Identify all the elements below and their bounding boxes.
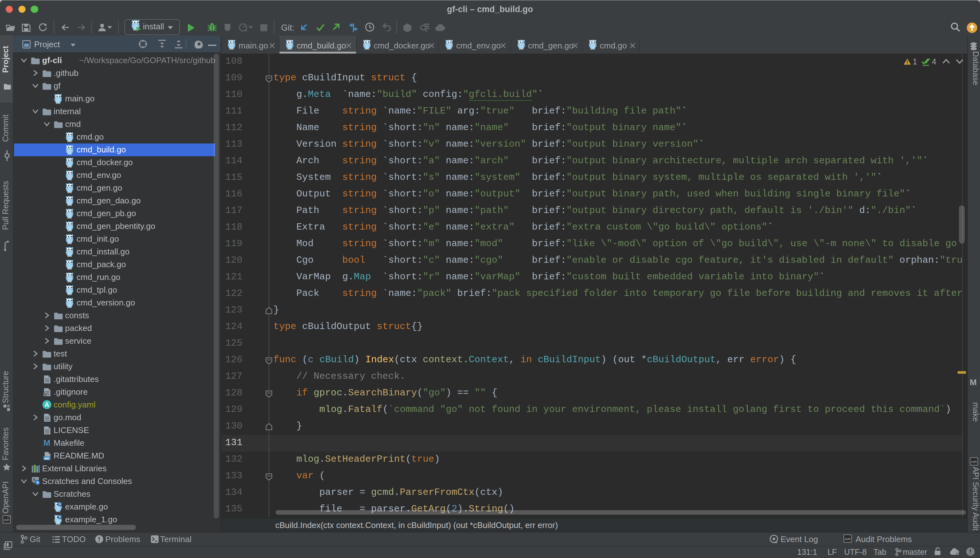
svg-text:/API: /API <box>3 519 9 522</box>
svg-text:/API: /API <box>844 538 850 541</box>
